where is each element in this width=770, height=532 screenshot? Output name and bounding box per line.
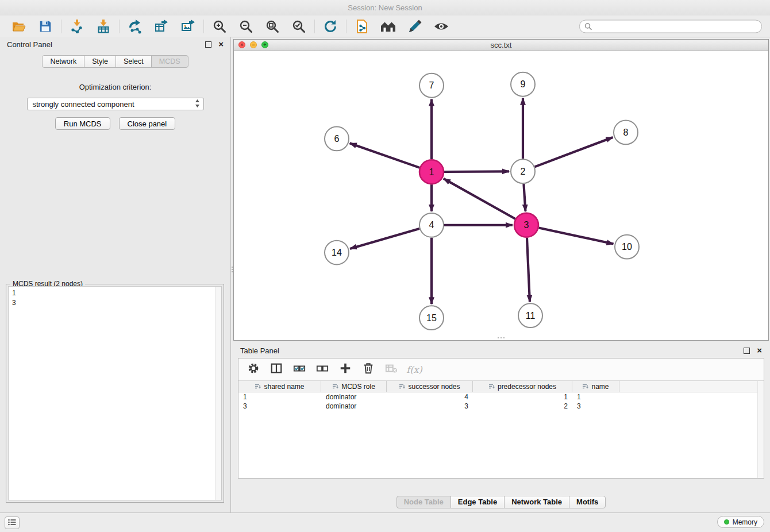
close-window-icon[interactable]: × xyxy=(238,41,245,48)
zoom-fit-icon xyxy=(265,19,280,34)
graph-node-label-14: 14 xyxy=(332,248,342,257)
column-header-mcds-role[interactable]: MCDS role xyxy=(321,381,387,392)
network-document-button[interactable] xyxy=(355,19,369,34)
window-titlebar: Session: New Session xyxy=(0,0,770,16)
export-image-button[interactable] xyxy=(180,19,195,34)
search-input[interactable] xyxy=(579,20,762,33)
export-network-button[interactable] xyxy=(128,19,143,34)
cyndex-home-button[interactable] xyxy=(381,19,396,34)
column-header-label: successor nodes xyxy=(408,383,460,391)
show-graphics-details-button[interactable] xyxy=(434,19,449,34)
zoom-in-icon xyxy=(212,19,227,34)
deselect-all-button[interactable] xyxy=(315,363,329,376)
delete-column-button[interactable] xyxy=(361,363,375,376)
table-cell-filler xyxy=(619,392,764,402)
window-title: Session: New Session xyxy=(348,3,422,12)
show-columns-button[interactable] xyxy=(270,363,283,376)
select-all-icon xyxy=(293,362,306,377)
export-network-icon xyxy=(128,19,143,34)
column-header-shared-name[interactable]: shared name xyxy=(238,381,321,392)
apply-layout-button[interactable] xyxy=(323,19,338,34)
open-session-button[interactable] xyxy=(11,19,26,34)
export-table-icon xyxy=(154,19,169,34)
control-panel-header: Control Panel × xyxy=(0,37,230,52)
table-panel-header: Table Panel × xyxy=(233,343,769,358)
table-tab-motifs[interactable]: Motifs xyxy=(569,496,606,508)
mcds-result-groupbox: MCDS result (2 nodes) 13 xyxy=(6,284,224,503)
task-history-button[interactable] xyxy=(5,516,20,529)
fx-icon: f(x) xyxy=(406,364,422,375)
close-table-panel-icon[interactable]: × xyxy=(757,347,762,354)
add-column-button[interactable] xyxy=(338,363,352,376)
table-tab-edge-table[interactable]: Edge Table xyxy=(451,496,505,508)
table-row[interactable]: 1dominator411 xyxy=(238,392,764,402)
close-panel-icon[interactable]: × xyxy=(218,41,224,48)
graph-edge-1-6[interactable] xyxy=(350,143,420,168)
close-panel-button[interactable]: Close panel xyxy=(119,117,176,130)
graph-edge-3-10[interactable] xyxy=(538,228,613,244)
table-panel-title: Table Panel xyxy=(240,346,279,355)
graph-node-label-11: 11 xyxy=(526,311,536,321)
zoom-selected-button[interactable] xyxy=(291,19,306,34)
criterion-dropdown[interactable]: strongly connected component xyxy=(27,98,204,110)
save-session-button[interactable] xyxy=(38,19,53,34)
memory-button[interactable]: Memory xyxy=(717,516,764,528)
network-view-window: × − + scc.txt 7968124314101511 xyxy=(233,39,769,341)
graph-edge-2-8[interactable] xyxy=(535,137,613,167)
delete-table-button-disabled xyxy=(384,363,398,376)
column-header-successor-nodes[interactable]: successor nodes xyxy=(387,381,473,392)
table-tab-network-table[interactable]: Network Table xyxy=(504,496,569,508)
export-image-icon xyxy=(180,19,195,34)
import-network-file-button[interactable] xyxy=(70,19,84,34)
network-document-icon xyxy=(355,19,369,34)
table-tab-node-table[interactable]: Node Table xyxy=(396,496,451,508)
tab-network[interactable]: Network xyxy=(42,55,84,68)
network-graph[interactable]: 7968124314101511 xyxy=(234,51,768,340)
tab-select[interactable]: Select xyxy=(116,55,152,68)
select-all-button[interactable] xyxy=(292,363,306,376)
optimization-criterion-label: Optimization criterion: xyxy=(0,83,230,91)
tab-style[interactable]: Style xyxy=(84,55,116,68)
table-scrollbar[interactable] xyxy=(757,381,764,478)
float-table-panel-icon[interactable] xyxy=(744,348,750,354)
gear-icon xyxy=(247,362,260,377)
minimize-window-icon[interactable]: − xyxy=(250,41,257,48)
export-table-button[interactable] xyxy=(154,19,169,34)
mcds-result-textarea[interactable]: 13 xyxy=(8,286,222,500)
result-scrollbar[interactable] xyxy=(215,287,221,500)
network-canvas[interactable]: 7968124314101511 xyxy=(234,51,768,340)
column-header-predecessor-nodes[interactable]: predecessor nodes xyxy=(473,381,572,392)
graph-edge-4-14[interactable] xyxy=(350,229,419,249)
table-settings-button[interactable] xyxy=(247,363,260,376)
graph-edge-3-1[interactable] xyxy=(444,179,515,219)
refresh-icon xyxy=(323,19,338,34)
maximize-window-icon[interactable]: + xyxy=(261,41,268,48)
zoom-out-button[interactable] xyxy=(238,19,253,34)
annotations-button[interactable] xyxy=(407,19,422,34)
graph-edge-2-3[interactable] xyxy=(523,184,525,211)
network-window-titlebar[interactable]: × − + scc.txt xyxy=(234,40,768,51)
graph-node-label-1: 1 xyxy=(429,167,434,177)
control-panel-tabs: Network Style Select MCDS xyxy=(0,55,230,68)
tab-mcds[interactable]: MCDS xyxy=(151,55,188,68)
window-resize-handle[interactable] xyxy=(498,336,505,340)
zoom-in-button[interactable] xyxy=(212,19,227,34)
trash-icon xyxy=(362,362,375,377)
memory-status-dot xyxy=(724,519,729,525)
graph-node-label-8: 8 xyxy=(623,128,629,137)
import-table-file-button[interactable] xyxy=(96,19,111,34)
traffic-lights: × − + xyxy=(238,41,268,48)
function-builder-button-disabled: f(x) xyxy=(407,363,421,376)
criterion-dropdown-value: strongly connected component xyxy=(33,100,134,109)
graph-edge-1-2[interactable] xyxy=(444,171,509,172)
graph-node-label-4: 4 xyxy=(429,220,434,230)
table-row[interactable]: 3dominator323 xyxy=(238,402,764,411)
graph-edge-3-11[interactable] xyxy=(527,238,530,302)
column-header-filler xyxy=(619,381,764,392)
columns-icon xyxy=(270,362,283,377)
run-mcds-button[interactable]: Run MCDS xyxy=(55,117,110,130)
zoom-fit-button[interactable] xyxy=(265,19,280,34)
zoom-out-icon xyxy=(238,19,253,34)
float-panel-icon[interactable] xyxy=(205,41,211,48)
column-header-name[interactable]: name xyxy=(572,381,619,392)
